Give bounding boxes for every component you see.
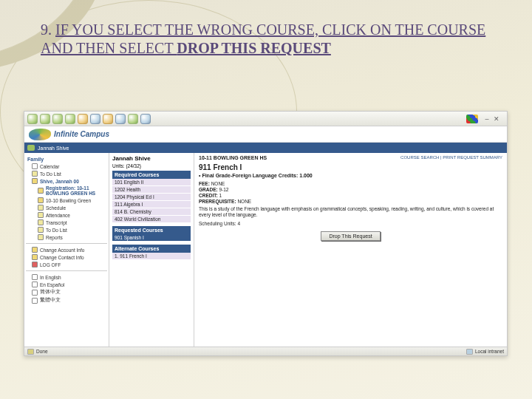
infinite-campus-logo-icon xyxy=(29,129,51,140)
fee-line: FEE: NONE xyxy=(199,181,502,186)
course-row[interactable]: 311 Algebra I xyxy=(112,201,191,208)
sidebar-label: To Do List xyxy=(40,171,61,177)
sidebar-item-transcript[interactable]: Transcript xyxy=(26,219,107,226)
history-icon[interactable] xyxy=(115,114,126,124)
sidebar-item-lang-en[interactable]: In English xyxy=(26,273,107,281)
sidebar-label: To Do List xyxy=(46,228,67,233)
done-icon xyxy=(27,349,34,355)
course-row[interactable]: 101 English II xyxy=(112,179,191,186)
student-name: Jannah Shive xyxy=(112,155,191,162)
course-row[interactable]: 402 World Civilization xyxy=(112,216,191,223)
sidebar-label: Calendar xyxy=(40,164,59,169)
doc-icon xyxy=(38,205,44,211)
instruction-number: 9. xyxy=(41,21,52,38)
grade-line: GRADE: 9-12 xyxy=(199,187,502,192)
folder-icon xyxy=(38,197,44,203)
sched-units: Scheduling Units: 4 xyxy=(199,221,502,226)
print-icon[interactable] xyxy=(140,114,151,124)
divider xyxy=(26,270,107,271)
course-list-panel: Jannah Shive Units: (24/32) Required Cou… xyxy=(109,153,194,347)
sidebar-header-family: Family xyxy=(27,157,107,162)
windows-flag-icon xyxy=(466,115,478,123)
favorites-icon[interactable] xyxy=(103,114,113,124)
logoff-icon xyxy=(32,262,38,267)
sidebar-item-attendance[interactable]: Attendance xyxy=(26,211,107,219)
gear-icon xyxy=(32,247,38,253)
app-logo-row: Infinite Campus xyxy=(24,126,507,143)
course-row-selected[interactable]: 901 Spanish I xyxy=(112,234,191,242)
course-row[interactable]: 814 B. Chemistry xyxy=(112,208,191,216)
course-detail-panel: 10-11 BOWLING GREEN HS COURSE SEARCH | P… xyxy=(194,153,507,347)
label: CREDIT: xyxy=(199,193,218,198)
instruction-text: 9. IF YOU SELECT THE WRONG COURSE, CLICK… xyxy=(41,21,488,58)
sidebar-item-todo[interactable]: To Do List xyxy=(26,170,107,177)
course-row[interactable]: 1202 Health xyxy=(112,186,191,194)
label: GRADE: xyxy=(199,187,218,192)
sidebar-label: Shive, Jannah 00 xyxy=(40,179,79,184)
alternate-courses-header: Alternate Courses xyxy=(112,245,191,253)
sidebar-item-calendar[interactable]: Calendar xyxy=(26,163,107,170)
lang-icon xyxy=(32,298,38,304)
sidebar-item-student[interactable]: Shive, Jannah 00 xyxy=(26,177,107,185)
course-description: This is a study of the French language w… xyxy=(199,206,502,219)
sidebar-item-todo2[interactable]: To Do List xyxy=(26,226,107,233)
user-tab-label: Jannah Shive xyxy=(38,146,69,151)
sidebar-label: Registration: 10-11 BOWLING GREEN HS xyxy=(46,185,107,196)
mail-icon[interactable] xyxy=(128,114,138,124)
window-controls[interactable]: – ✕ xyxy=(485,115,501,123)
value: 9-12 xyxy=(219,187,228,192)
units-label: Units: (24/32) xyxy=(112,163,191,168)
course-row[interactable]: 1. 911 French I xyxy=(112,253,191,260)
sidebar-label: LOG OFF xyxy=(40,262,61,267)
browser-toolbar: – ✕ xyxy=(24,112,507,126)
doc-icon xyxy=(38,227,44,233)
doc-icon xyxy=(38,212,44,218)
sidebar-item-lang-zh2[interactable]: 繁體中文 xyxy=(26,296,107,304)
status-right: Local intranet xyxy=(475,349,504,354)
folder-icon xyxy=(38,188,44,194)
lang-icon xyxy=(32,282,38,287)
sidebar-item-logoff[interactable]: LOG OFF xyxy=(26,261,107,268)
stop-icon[interactable] xyxy=(52,114,63,124)
calendar-icon xyxy=(32,163,38,169)
sidebar-label: 简体中文 xyxy=(40,289,61,296)
course-subtitle: • Final Grade-Foreign Language Credits: … xyxy=(199,173,502,178)
forward-icon[interactable] xyxy=(40,114,50,124)
list-icon xyxy=(32,171,38,177)
user-tabbar: Jannah Shive xyxy=(24,143,507,153)
value: 1 xyxy=(219,193,222,198)
prereq-line: PREREQUISITE: NONE xyxy=(199,199,502,204)
search-icon[interactable] xyxy=(90,114,100,124)
browser-window: – ✕ Infinite Campus Jannah Shive Family … xyxy=(24,111,508,356)
course-row[interactable]: 1204 Physical Ed I xyxy=(112,194,191,201)
lang-icon xyxy=(32,290,38,296)
requested-courses-header: Requested Courses xyxy=(112,226,191,234)
sidebar-item-change-contact[interactable]: Change Contact Info xyxy=(26,253,107,261)
refresh-icon[interactable] xyxy=(65,114,75,124)
sidebar-label: In English xyxy=(40,275,61,280)
back-icon[interactable] xyxy=(27,114,38,124)
detail-links[interactable]: COURSE SEARCH | PRINT REQUEST SUMMARY xyxy=(400,155,502,160)
course-title: 911 French I xyxy=(199,163,502,171)
school-name: 10-11 BOWLING GREEN HS xyxy=(199,155,267,160)
doc-icon xyxy=(38,234,44,240)
sidebar-item-change-account[interactable]: Change Account Info xyxy=(26,246,107,253)
person-icon xyxy=(32,178,38,184)
sidebar: Family Calendar To Do List Shive, Jannah… xyxy=(24,153,109,347)
sidebar-item-y10[interactable]: 10-10 Bowling Green xyxy=(26,197,107,204)
sidebar-label: Transcript xyxy=(46,220,67,225)
sidebar-label: 繁體中文 xyxy=(40,297,61,304)
drop-this-request-button[interactable]: Drop This Request xyxy=(321,231,380,241)
app-logo-text: Infinite Campus xyxy=(54,130,109,138)
credit-line: CREDIT: 1 xyxy=(199,193,502,198)
detail-topbar: 10-11 BOWLING GREEN HS COURSE SEARCH | P… xyxy=(199,155,502,160)
sidebar-item-reports[interactable]: Reports xyxy=(26,233,107,241)
sidebar-item-schedule[interactable]: Schedule xyxy=(26,204,107,211)
sidebar-item-lang-es[interactable]: En Español xyxy=(26,281,107,288)
label: PREREQUISITE: xyxy=(199,199,236,204)
home-icon[interactable] xyxy=(78,114,88,124)
sidebar-item-lang-zh1[interactable]: 简体中文 xyxy=(26,288,107,296)
label: FEE: xyxy=(199,181,210,186)
sidebar-item-registration[interactable]: Registration: 10-11 BOWLING GREEN HS xyxy=(26,185,107,197)
user-tab-icon xyxy=(27,145,35,151)
